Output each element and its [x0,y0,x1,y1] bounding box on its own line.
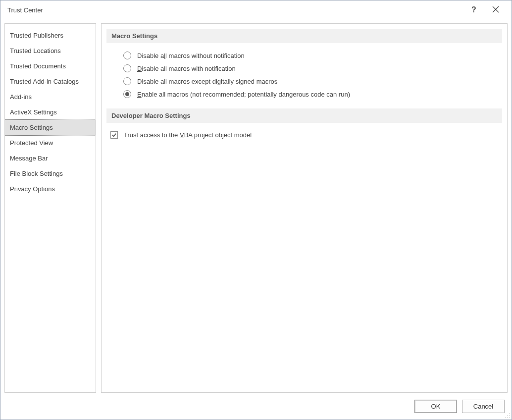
body-area: Trusted Publishers Trusted Locations Tru… [0,19,512,397]
cancel-button[interactable]: Cancel [462,400,505,413]
svg-point-5 [509,417,510,418]
titlebar: Trust Center ? [0,0,512,19]
sidebar-item-addins[interactable]: Add-ins [5,89,96,105]
radio-enable-all[interactable]: Enable all macros (not recommended; pote… [123,88,502,101]
trust-center-dialog: Trust Center ? Trusted Publishers Truste… [0,0,512,420]
checkbox-icon [110,131,118,139]
sidebar-item-trusted-addin-catalogs[interactable]: Trusted Add-in Catalogs [5,74,96,89]
radio-icon [123,52,131,59]
sidebar-item-label: Trusted Locations [10,47,61,54]
sidebar-item-message-bar[interactable]: Message Bar [5,151,96,166]
checkbox-trust-vba[interactable]: Trust access to the VBA project object m… [110,129,502,141]
resize-grip-icon[interactable] [505,413,511,419]
dialog-footer: OK Cancel [0,397,512,420]
svg-point-6 [507,417,508,418]
radio-disable-except-signed[interactable]: Disable all macros except digitally sign… [123,75,502,88]
radio-icon [123,64,131,72]
sidebar: Trusted Publishers Trusted Locations Tru… [4,23,96,393]
main-pane: Macro Settings Disable all macros withou… [101,23,508,393]
sidebar-item-trusted-publishers[interactable]: Trusted Publishers [5,28,96,43]
macro-settings-options: Disable all macros without notification … [106,49,502,108]
sidebar-item-trusted-documents[interactable]: Trusted Documents [5,58,96,74]
sidebar-item-label: Protected View [10,139,53,147]
window-title: Trust Center [5,6,463,14]
sidebar-item-label: Trusted Publishers [10,32,63,39]
svg-point-7 [505,417,506,418]
sidebar-item-label: ActiveX Settings [10,108,57,116]
sidebar-item-protected-view[interactable]: Protected View [5,135,96,151]
radio-label: Disable all macros without notification [137,52,245,59]
radio-icon [123,90,131,98]
radio-label: Disable all macros with notification [137,65,236,72]
sidebar-item-label: File Block Settings [10,170,63,177]
developer-macro-options: Trust access to the VBA project object m… [106,129,502,141]
radio-label: Disable all macros except digitally sign… [137,78,277,85]
section-header-developer: Developer Macro Settings [106,108,502,123]
sidebar-item-label: Trusted Documents [10,62,66,70]
sidebar-item-label: Add-ins [10,93,32,101]
section-header-macro: Macro Settings [106,29,502,43]
sidebar-item-macro-settings[interactable]: Macro Settings [4,119,96,136]
radio-disable-with-notification[interactable]: Disable all macros with notification [123,62,502,75]
ok-button[interactable]: OK [414,400,457,413]
sidebar-item-label: Message Bar [10,155,48,162]
sidebar-item-file-block-settings[interactable]: File Block Settings [5,166,96,181]
close-button[interactable] [485,2,507,18]
sidebar-item-label: Trusted Add-in Catalogs [10,78,79,85]
svg-point-3 [509,415,510,416]
sidebar-item-label: Macro Settings [10,124,53,131]
checkbox-label: Trust access to the VBA project object m… [124,131,252,139]
sidebar-item-label: Privacy Options [10,185,55,193]
radio-disable-no-notification[interactable]: Disable all macros without notification [123,49,502,62]
sidebar-item-privacy-options[interactable]: Privacy Options [5,181,96,197]
radio-label: Enable all macros (not recommended; pote… [137,91,350,98]
svg-point-4 [507,415,508,416]
help-button[interactable]: ? [463,2,485,18]
sidebar-item-activex-settings[interactable]: ActiveX Settings [5,105,96,120]
radio-icon [123,77,131,85]
close-icon [492,6,499,14]
sidebar-item-trusted-locations[interactable]: Trusted Locations [5,43,96,58]
svg-point-2 [509,413,510,414]
